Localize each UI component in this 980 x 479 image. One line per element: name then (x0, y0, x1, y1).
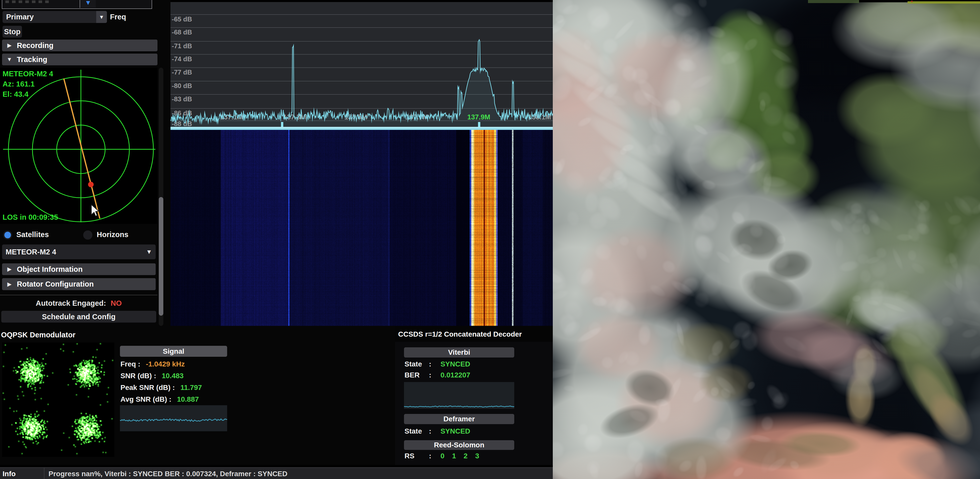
scrollbar-thumb[interactable] (159, 197, 163, 316)
status-bar: Info Progress nan%, Viterbi : SYNCED BER… (0, 467, 553, 479)
radio-selected-dot (4, 232, 11, 238)
satellite-image-viewer[interactable] (553, 0, 980, 479)
blue-dropdown-arrow-icon: ▼ (85, 0, 91, 6)
elevation-readout: El: 43.4 (3, 90, 29, 99)
freq-label: Freq (110, 11, 126, 23)
colon: : (429, 427, 431, 435)
status-section-cell[interactable]: Info (0, 468, 45, 479)
left-panel-scrollbar[interactable] (159, 68, 163, 326)
recording-header-label: Recording (17, 41, 53, 50)
satellite-select-combo[interactable]: METEOR-M2 4 ▼ (2, 245, 156, 259)
satellite-select-value: METEOR-M2 4 (2, 248, 56, 256)
colon: : (429, 452, 431, 460)
deframer-state-row: State : SYNCED (404, 427, 470, 435)
object-information-label: Object Information (17, 265, 83, 274)
decoder-title: CCSDS r=1/2 Concatenated Decoder (398, 330, 522, 338)
mouse-cursor-icon (91, 205, 99, 216)
signal-header[interactable]: Signal (120, 346, 227, 357)
viterbi-state-label: State (404, 360, 427, 368)
object-information-header[interactable]: ▶ Object Information (2, 263, 156, 275)
satellite-position-dot (88, 182, 94, 187)
chevron-right-icon: ▶ (2, 281, 17, 288)
snr-history-plot (120, 405, 227, 431)
tracking-section-header[interactable]: ▼ Tracking (2, 54, 158, 65)
autotrack-value: NO (108, 299, 122, 307)
signal-freq-row: Freq : -1.0429 kHz (121, 360, 185, 368)
signal-peak-snr-label: Peak SNR (dB) : (121, 384, 175, 391)
colon: : (429, 360, 431, 368)
colon: : (429, 371, 431, 379)
signal-peak-snr-value: 11.797 (177, 384, 202, 391)
signal-avg-snr-label: Avg SNR (dB) : (121, 395, 172, 403)
pipeline-combo[interactable]: Primary ▼ (3, 11, 107, 23)
horizons-radio[interactable]: Horizons (83, 230, 155, 240)
rs-value-3: 3 (469, 452, 479, 460)
radio-unselected-icon (83, 231, 92, 240)
rotator-configuration-header[interactable]: ▶ Rotator Configuration (2, 278, 156, 290)
decoder-section: CCSDS r=1/2 Concatenated Decoder Viterbi… (395, 326, 553, 465)
reed-solomon-header[interactable]: Reed-Solomon (404, 440, 514, 450)
device-combo-dashes (5, 0, 49, 3)
device-combo-divider (80, 0, 80, 8)
reed-solomon-row: RS : 0 1 2 3 (404, 452, 479, 460)
chevron-down-icon: ▼ (2, 56, 17, 63)
recording-section-header[interactable]: ▶ Recording (2, 40, 158, 51)
signal-avg-snr-row: Avg SNR (dB) : 10.887 (121, 395, 199, 403)
autotrack-status: Autotrack Engaged: NO (0, 299, 158, 308)
satellites-radio-label: Satellites (16, 231, 49, 239)
deframer-header[interactable]: Deframer (404, 414, 514, 424)
viterbi-ber-value: 0.012207 (433, 371, 470, 379)
signal-freq-label: Freq : (121, 360, 140, 368)
demodulator-section: OQPSK Demodulator Signal Freq : -1.0429 … (0, 326, 395, 465)
signal-snr-value: 10.483 (158, 372, 184, 380)
viterbi-state-row: State : SYNCED (404, 360, 470, 368)
azimuth-readout: Az: 161.1 (3, 80, 35, 88)
ber-history-plot (404, 382, 514, 409)
rotator-configuration-label: Rotator Configuration (17, 280, 94, 288)
rs-value-1: 1 (446, 452, 456, 460)
waterfall-display[interactable] (170, 130, 553, 326)
device-combo-arrow-button[interactable]: ▼ (80, 0, 96, 8)
chevron-right-icon: ▶ (2, 42, 17, 49)
tracked-object-name: METEOR-M2 4 (3, 70, 53, 78)
status-section-label: Info (3, 470, 16, 478)
decoder-title-bar: CCSDS r=1/2 Concatenated Decoder (395, 326, 553, 342)
viterbi-ber-label: BER (404, 371, 427, 379)
fft-baseline-bar (170, 127, 553, 130)
signal-avg-snr-value: 10.887 (173, 395, 199, 403)
left-panel: ▼ Primary ▼ Freq Stop ▶ Recording ▼ Trac… (0, 0, 170, 328)
autotrack-label: Autotrack Engaged: (36, 299, 106, 307)
satellites-radio[interactable]: Satellites (3, 230, 80, 240)
signal-snr-label: SNR (dB) : (121, 372, 156, 380)
deframer-state-label: State (404, 427, 427, 435)
device-combo-cutoff[interactable]: ▼ (2, 0, 152, 9)
tracking-polar-plot: METEOR-M2 4 Az: 161.1 El: 43.4 LOS in 00… (0, 68, 158, 224)
status-message: Progress nan%, Viterbi : SYNCED BER : 0.… (48, 470, 287, 478)
horizons-radio-label: Horizons (97, 231, 128, 239)
viterbi-state-value: SYNCED (433, 360, 470, 368)
satdump-app: { "colors": { "accent-blue": "#3d87e8", … (0, 0, 980, 479)
deframer-state-value: SYNCED (433, 427, 470, 435)
signal-snr-row: SNR (dB) : 10.483 (121, 372, 183, 380)
pipeline-combo-value: Primary (3, 13, 34, 21)
viterbi-ber-row: BER : 0.012207 (404, 371, 470, 379)
los-countdown: LOS in 00:09:35 (3, 213, 58, 221)
chevron-right-icon: ▶ (2, 266, 17, 272)
rs-value-2: 2 (458, 452, 468, 460)
signal-peak-snr-row: Peak SNR (dB) : 11.797 (121, 384, 202, 392)
chevron-down-icon: ▼ (96, 11, 107, 23)
constellation-diagram (2, 342, 115, 457)
rs-label: RS (404, 452, 427, 460)
rs-value-0: 0 (433, 452, 445, 460)
demodulator-title: OQPSK Demodulator (1, 331, 76, 339)
tracking-header-label: Tracking (17, 56, 47, 64)
schedule-config-button[interactable]: Schedule and Config (1, 311, 156, 323)
stop-button[interactable]: Stop (3, 26, 22, 38)
fft-panel[interactable]: -65 dB -68 dB -71 dB -74 dB -77 dB -80 d… (170, 2, 553, 127)
signal-freq-value: -1.0429 kHz (142, 360, 185, 368)
viterbi-header[interactable]: Viterbi (404, 347, 514, 358)
chevron-down-icon: ▼ (146, 248, 152, 255)
fft-spectrum-trace[interactable] (170, 2, 553, 127)
divider (0, 295, 158, 295)
